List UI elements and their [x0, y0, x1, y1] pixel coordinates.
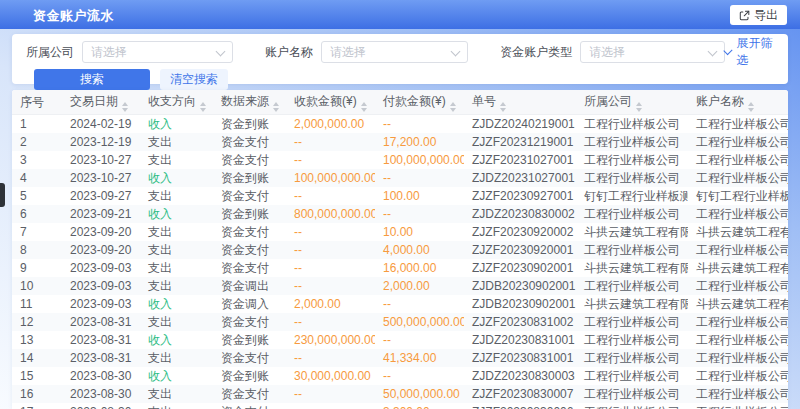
cell-receipt-amount: 2,000.00: [286, 295, 375, 313]
cell-payment-amount: 100.00: [375, 187, 464, 205]
cell-account-name: 工程行业样板公司: [688, 115, 788, 134]
cell-direction: 支出: [140, 241, 213, 259]
table-row: 12 2023-08-31 支出 资金支付 -- 500,000,000.00 …: [12, 313, 788, 331]
cell-order-number: ZJZF20230920002: [464, 223, 576, 241]
cell-direction: 支出: [140, 151, 213, 169]
cell-order-number: ZJZF20230831002: [464, 313, 576, 331]
filter-row: 所属公司 请选择 账户名称 请选择 资金账户类型 请选择 展开筛选: [26, 41, 774, 63]
sort-icon[interactable]: [500, 102, 506, 112]
cell-index: 7: [12, 223, 62, 241]
sort-icon[interactable]: [748, 102, 754, 112]
account-name-filter-label: 账户名称: [265, 44, 313, 61]
cell-data-source: 资金调出: [213, 277, 286, 295]
cell-account-name: 工程行业样板公司: [688, 205, 788, 223]
clear-search-button[interactable]: 清空搜索: [160, 69, 228, 90]
sort-icon[interactable]: [122, 102, 128, 112]
cell-payment-amount: 50,000,000.00: [375, 385, 464, 403]
transactions-table: 序号 交易日期 收支方向 数据来源 收款金额(¥) 付款金额(¥) 单号 所属公…: [12, 90, 788, 409]
cell-data-source: 资金支付: [213, 313, 286, 331]
table-row: 2 2023-12-19 支出 资金支付 -- 17,200.00 ZJZF20…: [12, 133, 788, 151]
account-name-select[interactable]: 请选择: [321, 41, 468, 63]
cell-order-number: ZJZF20230920001: [464, 241, 576, 259]
cell-transaction-date: 2023-08-31: [62, 313, 140, 331]
cell-receipt-amount: --: [286, 385, 375, 403]
cell-index: 6: [12, 205, 62, 223]
cell-receipt-amount: --: [286, 277, 375, 295]
search-button[interactable]: 搜索: [34, 69, 150, 90]
cell-account-name: 工程行业样板公司: [688, 367, 788, 385]
cell-receipt-amount: --: [286, 241, 375, 259]
cell-receipt-amount: 100,000,000.00: [286, 169, 375, 187]
cell-order-number: ZJZF20231219001: [464, 133, 576, 151]
cell-company: 斗拱云建筑工程有限公司: [576, 223, 688, 241]
cell-index: 4: [12, 169, 62, 187]
cell-receipt-amount: --: [286, 313, 375, 331]
column-header[interactable]: 所属公司: [576, 90, 688, 115]
column-header[interactable]: 账户名称: [688, 90, 788, 115]
export-icon: [739, 10, 750, 21]
page-title: 资金账户流水: [33, 7, 114, 25]
cell-company: 斗拱云建筑工程有限公司: [576, 295, 688, 313]
sort-icon[interactable]: [450, 102, 456, 112]
table-row: 16 2023-08-30 支出 资金支付 -- 50,000,000.00 Z…: [12, 385, 788, 403]
cell-direction: 收入: [140, 169, 213, 187]
column-header-label: 收款金额(¥): [294, 94, 357, 108]
table-header-row: 序号 交易日期 收支方向 数据来源 收款金额(¥) 付款金额(¥) 单号 所属公…: [12, 90, 788, 115]
cell-direction: 支出: [140, 133, 213, 151]
cell-payment-amount: 4,000.00: [375, 241, 464, 259]
cell-account-name: 工程行业样板公司: [688, 385, 788, 403]
cell-order-number: ZJDB20230902001: [464, 277, 576, 295]
account-type-select[interactable]: 请选择: [580, 41, 725, 63]
column-header[interactable]: 收支方向: [140, 90, 213, 115]
sort-icon[interactable]: [361, 102, 367, 112]
table-row: 3 2023-10-27 支出 资金支付 -- 100,000,000.00 Z…: [12, 151, 788, 169]
column-header[interactable]: 付款金额(¥): [375, 90, 464, 115]
chevron-down-icon: [707, 47, 717, 57]
cell-direction: 收入: [140, 331, 213, 349]
cell-account-name: 斗拱云建筑工程有限公司: [688, 223, 788, 241]
table-row: 11 2023-09-03 收入 资金调入 2,000.00 -- ZJDB20…: [12, 295, 788, 313]
expand-filters-link[interactable]: 展开筛选: [725, 35, 774, 69]
cell-receipt-amount: --: [286, 259, 375, 277]
cell-payment-amount: 100,000,000.00: [375, 151, 464, 169]
table-row: 13 2023-08-31 收入 资金到账 230,000,000.00 -- …: [12, 331, 788, 349]
company-select[interactable]: 请选择: [82, 41, 233, 63]
cell-index: 11: [12, 295, 62, 313]
cell-order-number: ZJZF20231027001: [464, 151, 576, 169]
sort-icon[interactable]: [200, 102, 206, 112]
export-button[interactable]: 导出: [730, 5, 787, 25]
cell-payment-amount: 2,000.00: [375, 277, 464, 295]
table-row: 17 2023-08-30 支出 资金支付 -- 3,300.00 ZJZF20…: [12, 403, 788, 409]
column-header[interactable]: 单号: [464, 90, 576, 115]
cell-index: 8: [12, 241, 62, 259]
cell-company: 工程行业样板公司: [576, 331, 688, 349]
cell-transaction-date: 2024-02-19: [62, 115, 140, 134]
cell-account-name: 钉钉工程行业样板测: [688, 187, 788, 205]
cell-account-name: 工程行业样板公司: [688, 349, 788, 367]
cell-payment-amount: 16,000.00: [375, 259, 464, 277]
cell-data-source: 资金支付: [213, 151, 286, 169]
cell-order-number: ZJDZ20230831001: [464, 331, 576, 349]
cell-company: 工程行业样板公司: [576, 277, 688, 295]
column-header-label: 交易日期: [70, 94, 118, 108]
cell-account-name: 工程行业样板公司: [688, 313, 788, 331]
column-header[interactable]: 数据来源: [213, 90, 286, 115]
cell-data-source: 资金到账: [213, 169, 286, 187]
table-row: 1 2024-02-19 收入 资金到账 2,000,000.00 -- ZJD…: [12, 115, 788, 134]
cell-company: 工程行业样板公司: [576, 133, 688, 151]
column-header[interactable]: 收款金额(¥): [286, 90, 375, 115]
column-header[interactable]: 交易日期: [62, 90, 140, 115]
side-drawer-handle[interactable]: [0, 183, 5, 207]
table-body: 1 2024-02-19 收入 资金到账 2,000,000.00 -- ZJD…: [12, 115, 788, 409]
cell-order-number: ZJZF20230927001: [464, 187, 576, 205]
cell-order-number: ZJDZ20240219001: [464, 115, 576, 134]
table-row: 7 2023-09-20 支出 资金支付 -- 10.00 ZJZF202309…: [12, 223, 788, 241]
sort-icon[interactable]: [636, 102, 642, 112]
company-select-placeholder: 请选择: [91, 44, 127, 61]
sort-icon[interactable]: [273, 102, 279, 112]
chevron-down-icon: [451, 47, 461, 57]
cell-order-number: ZJDZ20231027001: [464, 169, 576, 187]
cell-company: 钉钉工程行业样板测: [576, 187, 688, 205]
cell-payment-amount: --: [375, 367, 464, 385]
cell-transaction-date: 2023-12-19: [62, 133, 140, 151]
